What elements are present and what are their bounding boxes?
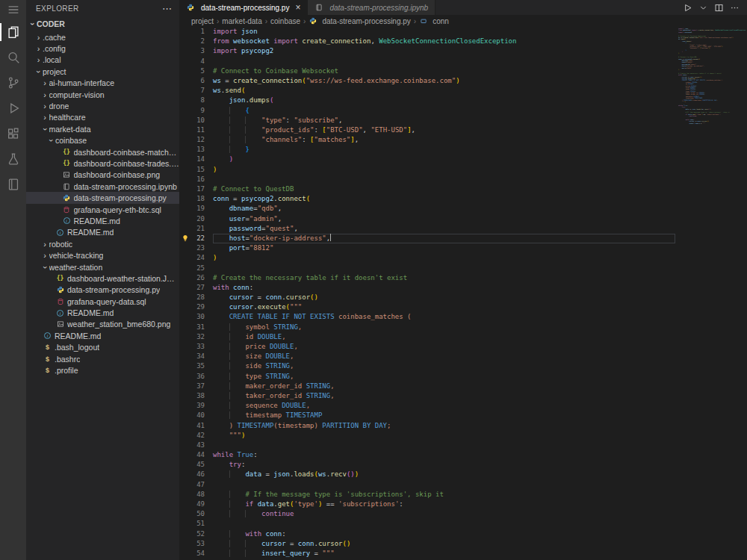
line-number[interactable]: 48 [179,490,213,500]
line-number[interactable]: 42 [179,431,213,441]
line-number[interactable]: 47 [179,480,213,490]
breadcrumb-item[interactable]: data-stream-processing.py [309,17,410,25]
file-item[interactable]: data-stream-processing.ipynb [26,181,179,192]
line-number[interactable]: 26 [179,273,213,283]
line-number[interactable]: 25 [179,264,213,273]
code-line[interactable]: 44while True: [179,450,675,460]
explorer-icon[interactable] [0,19,26,45]
code-line[interactable]: 27with conn: [179,283,675,293]
line-number[interactable]: 45 [179,460,213,470]
split-editor-icon[interactable] [714,3,724,13]
line-number[interactable]: 8 [179,96,213,105]
minimap[interactable]: import jsonfrom websocket import create_… [675,27,747,560]
line-number[interactable]: 35 [179,361,213,371]
code-line[interactable]: 23 port="8812" [179,243,675,253]
code-line[interactable]: 39 sequence DOUBLE, [179,401,675,411]
code-line[interactable]: 37 maker_order_id STRING, [179,382,675,391]
code-line[interactable]: 19 dbname="qdb", [179,204,675,214]
line-number[interactable]: 7 [179,86,213,96]
code-line[interactable]: 20 user="admin", [179,214,675,224]
run-dropdown-icon[interactable] [698,3,708,13]
folder-item[interactable]: ›ai-human-interface [26,78,179,89]
file-item[interactable]: {}dashboard-weather-station.JSON [26,273,179,284]
line-number[interactable]: 14 [179,155,213,164]
file-item[interactable]: iREADME.md [26,215,179,226]
folder-item[interactable]: ›drone [26,100,179,111]
code-line[interactable]: 35 side STRING, [179,361,675,371]
code-line[interactable]: 6ws = create_connection("wss://ws-feed.e… [179,76,675,86]
line-number[interactable]: 13 [179,145,213,155]
line-number[interactable]: 1 [179,27,213,37]
breadcrumb-item[interactable]: coinbase [270,17,300,25]
file-item[interactable]: $.bash_logout [26,342,179,353]
code-line[interactable]: 25 [179,264,675,273]
menu-icon[interactable] [0,0,26,19]
line-number[interactable]: 19 [179,204,213,214]
line-number[interactable]: 52 [179,529,213,539]
folder-item[interactable]: ›coinbase [26,135,179,146]
line-number[interactable]: 6 [179,76,213,86]
line-number[interactable]: 36 [179,372,213,382]
file-item[interactable]: data-stream-processing.py [26,284,179,296]
line-number[interactable]: 54 [179,549,213,559]
line-number[interactable]: 3 [179,46,213,56]
code-line[interactable]: 12 "channels": ["matches"], [179,135,675,145]
code-line[interactable]: 34 size DOUBLE, [179,352,675,361]
line-number[interactable]: 4 [179,57,213,66]
code-line[interactable]: 38 taker_order_id STRING, [179,391,675,401]
code-line[interactable]: 11 "product_ids": ["BTC-USD", "ETH-USD"]… [179,125,675,135]
folder-item[interactable]: ›market-data [26,123,179,134]
code-line[interactable]: 53 cursor = conn.cursor() [179,539,675,549]
code-line[interactable]: 14 ) [179,155,675,164]
code-line[interactable]: 8 json.dumps( [179,96,675,105]
code-line[interactable]: 22 host="docker-ip-address", [179,234,675,243]
line-number[interactable]: 37 [179,382,213,391]
close-icon[interactable]: × [295,4,300,11]
folder-item[interactable]: ›vehicle-tracking [26,249,179,261]
code-line[interactable]: 2from websocket import create_connection… [179,37,675,46]
line-number[interactable]: 44 [179,450,213,460]
line-number[interactable]: 46 [179,470,213,479]
workspace-section-header[interactable]: › CODER [26,16,179,31]
line-number[interactable]: 28 [179,293,213,302]
file-item[interactable]: grafana-query-data.sql [26,296,179,307]
line-number[interactable]: 49 [179,500,213,509]
code-line[interactable]: 48 # If the message type is 'subscriptio… [179,490,675,500]
code-line[interactable]: 18conn = psycopg2.connect( [179,194,675,204]
notebooks-icon[interactable] [0,172,26,197]
code-line[interactable]: 3import psycopg2 [179,46,675,56]
line-number[interactable]: 11 [179,125,213,135]
line-number[interactable]: 39 [179,401,213,411]
code-line[interactable]: 40 timestamp TIMESTAMP [179,411,675,420]
line-number[interactable]: 16 [179,175,213,184]
line-number[interactable]: 40 [179,411,213,420]
file-item[interactable]: $.bashrc [26,353,179,364]
code-line[interactable]: 33 price DOUBLE, [179,342,675,352]
line-number[interactable]: 33 [179,342,213,352]
file-item[interactable]: data-stream-processing.py [26,192,179,203]
breadcrumb-item[interactable]: market-data [222,17,261,25]
folder-item[interactable]: ›.cache [26,31,179,43]
folder-item[interactable]: ›healthcare [26,112,179,123]
code-line[interactable]: 49 if data.get('type') == 'subscriptions… [179,500,675,509]
run-icon[interactable] [683,3,692,13]
code-line[interactable]: 16 [179,175,675,184]
code-line[interactable]: 24) [179,253,675,263]
line-number[interactable]: 41 [179,421,213,431]
line-number[interactable]: 12 [179,135,213,145]
code-line[interactable]: 30 CREATE TABLE IF NOT EXISTS coinbase_m… [179,312,675,322]
code-line[interactable]: 13 } [179,145,675,155]
search-icon[interactable] [0,45,26,70]
line-number[interactable]: 18 [179,194,213,204]
file-item[interactable]: {}dashboard-coinbase-matches.json [26,146,179,158]
file-item[interactable]: grafana-query-eth-btc.sql [26,204,179,215]
extensions-icon[interactable] [0,121,26,146]
file-item[interactable]: $.profile [26,364,179,376]
more-actions-icon[interactable] [730,3,740,13]
testing-icon[interactable] [0,146,26,172]
code-line[interactable]: 41 ) TIMESTAMP(timestamp) PARTITION BY D… [179,421,675,431]
line-number[interactable]: 9 [179,106,213,116]
file-item[interactable]: iREADME.md [26,307,179,318]
code-line[interactable]: 54 insert_query = """ [179,549,675,559]
line-number[interactable]: 24 [179,253,213,263]
